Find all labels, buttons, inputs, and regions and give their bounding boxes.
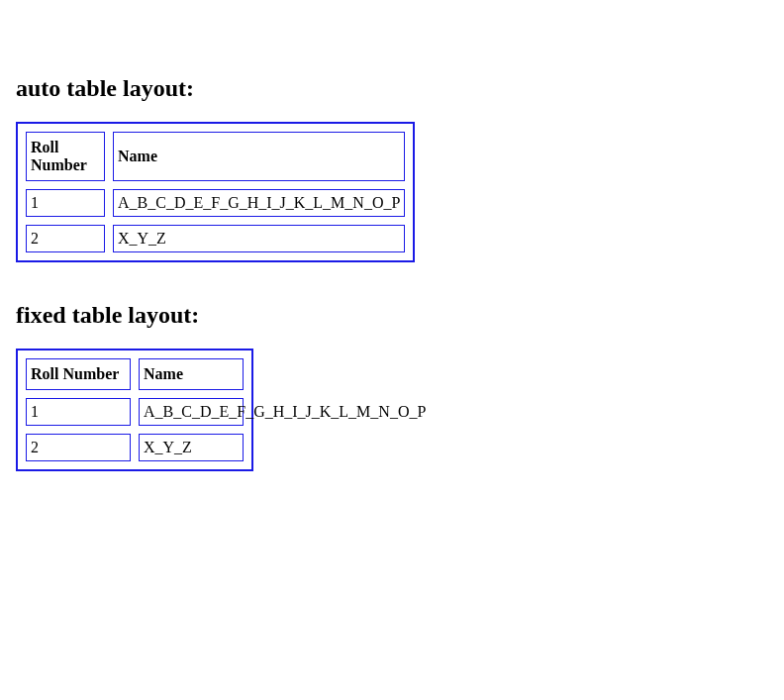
cell-roll-number: 2: [26, 434, 131, 461]
header-name: Name: [139, 358, 244, 390]
header-name: Name: [113, 132, 405, 181]
table-row: 1 A_B_C_D_E_F_G_H_I_J_K_L_M_N_O_P: [26, 189, 405, 217]
fixed-layout-table: Roll Number Name 1 A_B_C_D_E_F_G_H_I_J_K…: [16, 349, 253, 471]
table-row: 2 X_Y_Z: [26, 434, 244, 461]
cell-name: A_B_C_D_E_F_G_H_I_J_K_L_M_N_O_P: [113, 189, 405, 217]
table-header-row: Roll Number Name: [26, 358, 244, 390]
header-roll-number: Roll Number: [26, 358, 131, 390]
auto-layout-heading: auto table layout:: [16, 75, 768, 102]
cell-roll-number: 2: [26, 225, 105, 252]
table-row: 2 X_Y_Z: [26, 225, 405, 252]
cell-name: A_B_C_D_E_F_G_H_I_J_K_L_M_N_O_P: [139, 398, 244, 426]
auto-layout-table: Roll Number Name 1 A_B_C_D_E_F_G_H_I_J_K…: [16, 122, 415, 262]
cell-name: X_Y_Z: [113, 225, 405, 252]
cell-roll-number: 1: [26, 189, 105, 217]
table-row: 1 A_B_C_D_E_F_G_H_I_J_K_L_M_N_O_P: [26, 398, 244, 426]
cell-name: X_Y_Z: [139, 434, 244, 461]
fixed-layout-heading: fixed table layout:: [16, 302, 768, 329]
table-header-row: Roll Number Name: [26, 132, 405, 181]
cell-roll-number: 1: [26, 398, 131, 426]
header-roll-number: Roll Number: [26, 132, 105, 181]
